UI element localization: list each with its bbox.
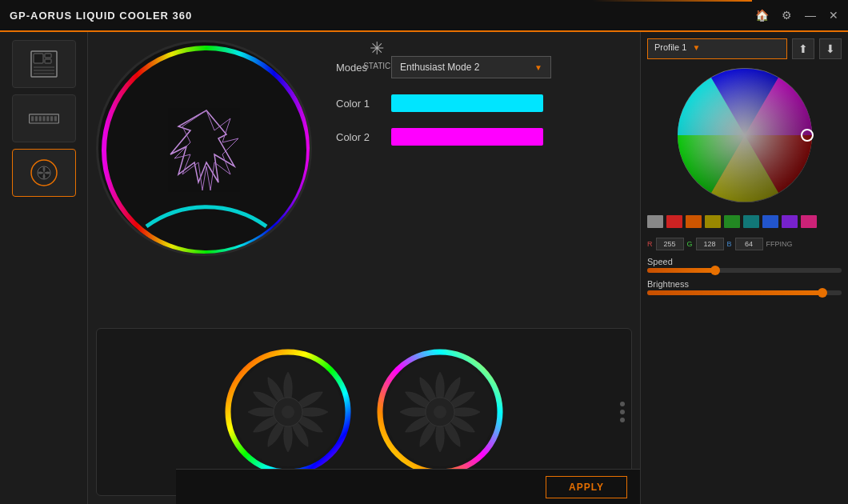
svg-rect-3 [45, 59, 51, 63]
svg-rect-10 [38, 116, 41, 121]
g-input[interactable] [696, 238, 724, 250]
color1-row: Color 1 [336, 94, 624, 112]
preset-color-purple[interactable] [782, 215, 798, 228]
preset-color-teal[interactable] [743, 215, 759, 228]
fan-1-svg [224, 348, 352, 476]
rgb-inputs: R G B FFPING [647, 238, 842, 250]
scroll-dot [620, 402, 625, 406]
mode-dropdown[interactable]: Enthusiast Mode 2 ▼ [391, 56, 551, 78]
led-display [96, 40, 320, 264]
preset-color-gray[interactable] [647, 215, 663, 228]
main-container: ✳ STATIC [0, 32, 848, 504]
slider-section: Speed Brightness [647, 257, 842, 295]
svg-point-25 [434, 406, 446, 418]
titlebar: GP-AORUS LIQUID COOLER 360 🏠 ⚙ — ✕ [0, 0, 848, 32]
svg-point-17 [104, 48, 309, 253]
brightness-track[interactable] [647, 290, 842, 295]
content-area: ✳ STATIC [88, 32, 640, 504]
preset-color-blue[interactable] [762, 215, 778, 228]
color2-row: Color 2 [336, 128, 624, 146]
g-label: G [687, 240, 693, 248]
speed-track[interactable] [647, 268, 842, 273]
color-wheel-container [653, 66, 837, 206]
export-icon: ⬇ [826, 42, 835, 55]
fan-1 [224, 348, 352, 476]
svg-rect-8 [31, 116, 34, 121]
preset-color-yellow[interactable] [705, 215, 721, 228]
mode-value: Enthusiast Mode 2 [400, 62, 479, 73]
app-title: GP-AORUS LIQUID COOLER 360 [10, 10, 192, 22]
b-input[interactable] [735, 238, 763, 250]
svg-point-28 [678, 68, 812, 202]
static-label: STATIC [363, 62, 390, 70]
profile-import-button[interactable]: ⬆ [792, 38, 814, 59]
preset-color-red[interactable] [666, 215, 682, 228]
scroll-indicator [620, 402, 625, 422]
right-panel: Profile 1 ▼ ⬆ ⬇ [640, 32, 848, 504]
color-wheel[interactable] [653, 66, 837, 206]
dropdown-arrow-icon: ▼ [534, 63, 542, 72]
svg-rect-1 [34, 54, 43, 63]
settings-button[interactable]: ⚙ [782, 9, 792, 22]
sidebar-item-memory[interactable] [12, 94, 76, 142]
speed-thumb[interactable] [710, 266, 720, 275]
brightness-thumb[interactable] [818, 288, 827, 298]
profile-name: Profile 1 [654, 42, 686, 52]
color1-swatch[interactable] [391, 94, 543, 112]
static-mode-button[interactable]: ✳ STATIC [363, 38, 390, 70]
profile-export-button[interactable]: ⬇ [819, 38, 842, 59]
brightness-label: Brightness [647, 279, 842, 289]
speed-label: Speed [647, 257, 842, 266]
sidebar-item-motherboard[interactable] [12, 40, 76, 88]
import-icon: ⬆ [798, 42, 808, 55]
minimize-button[interactable]: — [805, 9, 816, 22]
scroll-dot [620, 418, 625, 422]
preset-color-pink[interactable] [801, 215, 817, 228]
mode-controls: Modes Enthusiast Mode 2 ▼ Color 1 Color … [328, 40, 632, 320]
color1-label: Color 1 [336, 98, 380, 110]
svg-rect-12 [46, 116, 49, 121]
color2-swatch[interactable] [391, 128, 543, 146]
svg-rect-11 [42, 116, 45, 121]
speed-fill [647, 268, 715, 273]
r-input[interactable] [656, 238, 684, 250]
close-button[interactable]: ✕ [829, 9, 838, 22]
scroll-dot [620, 410, 625, 414]
r-label: R [647, 240, 653, 248]
brightness-fill [647, 290, 822, 295]
fan-2-svg [376, 348, 504, 476]
sidebar [0, 32, 88, 504]
bottom-bar: APPLY [176, 469, 640, 504]
fan-2 [376, 348, 504, 476]
profile-row: Profile 1 ▼ ⬆ ⬇ [647, 38, 842, 59]
window-controls: 🏠 ⚙ — ✕ [755, 9, 838, 22]
svg-rect-14 [54, 116, 56, 121]
svg-rect-2 [45, 54, 51, 58]
static-icon: ✳ [370, 38, 384, 59]
svg-point-21 [282, 406, 294, 418]
hex-label: FFPING [766, 240, 793, 248]
led-circle [96, 40, 312, 256]
color2-label: Color 2 [336, 131, 380, 143]
speed-control: Speed [647, 257, 842, 273]
svg-rect-9 [34, 116, 37, 121]
b-label: B [727, 240, 732, 248]
preset-color-orange[interactable] [686, 215, 702, 228]
preset-color-green[interactable] [724, 215, 740, 228]
sidebar-item-cooler[interactable] [12, 149, 76, 197]
svg-rect-13 [50, 116, 53, 121]
brightness-control: Brightness [647, 279, 842, 295]
profile-dropdown-arrow: ▼ [692, 43, 700, 52]
apply-button[interactable]: APPLY [546, 476, 627, 498]
home-button[interactable]: 🏠 [755, 9, 769, 22]
profile-select[interactable]: Profile 1 ▼ [647, 38, 787, 59]
lighting-mode-bar: ✳ STATIC [355, 32, 398, 77]
preset-colors [647, 212, 842, 231]
